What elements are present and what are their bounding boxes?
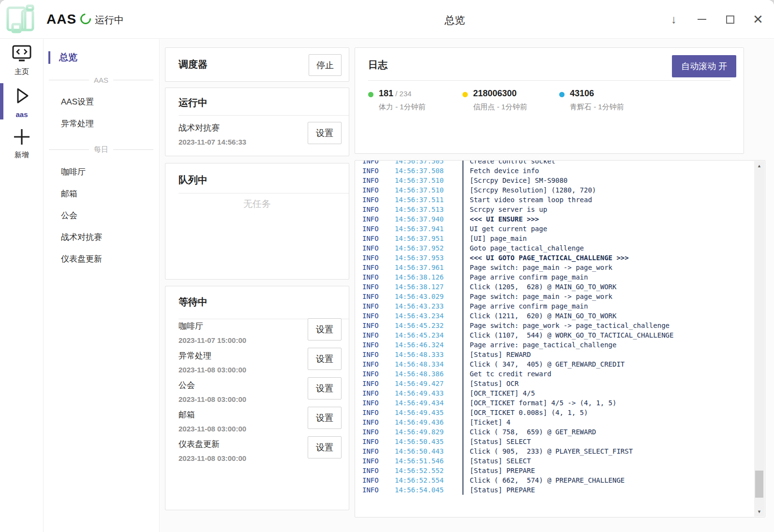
stat-dot (368, 92, 373, 97)
queue-panel: 队列中 无任务 (165, 163, 349, 280)
log-message: [Ticket] 4 (462, 417, 510, 427)
log-level: INFO (362, 214, 395, 224)
stat-dot (462, 92, 468, 97)
log-line: INFO14:56:38.126Page arrive confirm page… (355, 272, 754, 282)
minimize-button[interactable] (694, 11, 710, 28)
log-timestamp: 14:56:37.508 (395, 166, 462, 176)
log-level: INFO (362, 408, 395, 417)
log-level: INFO (362, 205, 395, 214)
task-settings-button[interactable]: 设置 (308, 377, 342, 399)
waiting-task-row: 咖啡厅2023-11-07 15:00:00设置 (179, 320, 342, 349)
log-level: INFO (362, 224, 395, 234)
log-timestamp: 14:56:37.953 (395, 253, 462, 263)
task-settings-button[interactable]: 设置 (308, 318, 342, 340)
log-message: UI get current page (462, 224, 547, 234)
log-level: INFO (362, 379, 395, 388)
stop-button[interactable]: 停止 (309, 54, 342, 76)
log-level: INFO (362, 475, 395, 485)
log-level: INFO (362, 340, 395, 350)
sidebar-item[interactable]: 公会 (44, 205, 159, 226)
log-line: INFO14:56:52.554Click ( 662, 574) @ PREP… (355, 475, 754, 485)
waiting-task-list: 咖啡厅2023-11-07 15:00:00设置异常处理2023-11-08 0… (179, 320, 342, 467)
sidebar-item-overview[interactable]: 总览 (44, 50, 159, 65)
log-output-panel: INFO14:56:37.505Create control socketINF… (355, 160, 765, 517)
log-line: INFO14:56:45.234Click (1107, 544) @ WORK… (355, 330, 754, 340)
task-settings-button[interactable]: 设置 (308, 407, 342, 429)
log-message: Page arrive confirm page_main (462, 301, 588, 311)
sidebar-item[interactable]: 仪表盘更新 (44, 248, 159, 270)
log-timestamp: 14:56:38.126 (395, 272, 462, 282)
app-logo-icon (5, 3, 38, 36)
log-timestamp: 14:56:54.045 (395, 485, 462, 495)
log-line: INFO14:56:37.508Fetch device info (355, 166, 754, 176)
waiting-task-row: 仪表盘更新2023-11-08 03:00:00设置 (179, 438, 342, 467)
rail-item-new[interactable]: 新增 (0, 122, 44, 163)
log-level: INFO (362, 398, 395, 408)
sidebar-section-divider: AAS (49, 76, 153, 84)
rail-item-aas[interactable]: aas (0, 80, 44, 122)
close-button[interactable]: ✕ (750, 11, 766, 28)
sidebar-item[interactable]: 咖啡厅 (44, 161, 159, 183)
log-message: <<< UI GOTO PAGE_TACTICAL_CHALLENGE >>> (462, 253, 629, 263)
scroll-down-icon[interactable]: ▼ (754, 508, 764, 516)
log-message: Click (1107, 544) @ WORK_GO_TO_TACTICAL_… (462, 330, 673, 340)
log-message: [Status] SELECT (462, 456, 531, 466)
scrollbar-thumb[interactable] (755, 471, 763, 498)
log-message: Get tc credit reward (462, 369, 551, 379)
task-settings-button[interactable]: 设置 (308, 348, 342, 370)
log-level: INFO (362, 263, 395, 272)
log-level: INFO (362, 282, 395, 292)
maximize-button[interactable] (722, 11, 738, 28)
log-line: INFO14:56:51.546[Status] SELECT (355, 456, 754, 466)
log-level: INFO (362, 466, 395, 475)
log-message: [OCR_TICKET] 4/5 (462, 388, 535, 398)
log-level: INFO (362, 166, 395, 176)
task-settings-button[interactable]: 设置 (308, 436, 342, 458)
log-timestamp: 14:56:52.554 (395, 475, 462, 485)
window-controls: ↓ ✕ (666, 0, 766, 39)
stat-caption: 信用点 - 1分钟前 (473, 103, 527, 112)
running-settings-button[interactable]: 设置 (308, 122, 342, 144)
stat-gem: 43106 青辉石 - 1分钟前 (559, 89, 624, 112)
log-level: INFO (362, 388, 395, 398)
sidebar-item[interactable]: 异常处理 (44, 113, 159, 134)
log-timestamp: 14:56:50.443 (395, 446, 462, 456)
log-title: 日志 (368, 59, 387, 72)
scroll-up-icon[interactable]: ▲ (754, 162, 764, 170)
log-timestamp: 14:56:37.951 (395, 234, 462, 243)
log-message: [OCR_TICKET format] 4/5 -> (4, 1, 5) (462, 398, 616, 408)
rail-item-home[interactable]: 主页 (0, 39, 44, 80)
sidebar-item[interactable]: 邮箱 (44, 183, 159, 205)
log-line: INFO14:56:49.435[OCR_TICKET 0.008s] (4, … (355, 408, 754, 417)
log-line: INFO14:56:49.436[Ticket] 4 (355, 417, 754, 427)
log-line: INFO14:56:37.513Scrcpy server is up (355, 205, 754, 214)
sidebar-item[interactable]: AAS设置 (44, 91, 159, 113)
autoscroll-toggle-button[interactable]: 自动滚动 开 (672, 55, 736, 77)
log-scrollbar[interactable]: ▲ ▼ (754, 161, 764, 517)
sidebar-item[interactable]: 战术对抗赛 (44, 226, 159, 248)
log-message: [Status] REWARD (462, 350, 531, 359)
log-timestamp: 14:56:49.436 (395, 417, 462, 427)
log-message: Click ( 758, 659) @ GET_REWARD (462, 427, 596, 437)
log-timestamp: 14:56:52.552 (395, 466, 462, 475)
task-time: 2023-11-07 14:56:33 (179, 138, 246, 146)
log-message: Click (1205, 628) @ MAIN_GO_TO_WORK (462, 282, 616, 292)
log-message: Click ( 662, 574) @ PREPARE_CHALLENGE (462, 475, 625, 485)
log-level: INFO (362, 330, 395, 340)
main-content: 调度器 停止 运行中 战术对抗赛 2023-11-07 14:56:33 设置 … (160, 39, 774, 532)
maximize-icon (726, 15, 734, 24)
log-level: INFO (362, 456, 395, 466)
active-indicator (48, 51, 50, 64)
hide-to-tray-button[interactable]: ↓ (666, 11, 682, 28)
log-level: INFO (362, 417, 395, 427)
log-message: <<< UI ENSURE >>> (462, 214, 539, 224)
log-message: [UI] page_main (462, 234, 527, 243)
log-line: INFO14:56:37.951[UI] page_main (355, 234, 754, 243)
running-task: 战术对抗赛 2023-11-07 14:56:33 (179, 122, 246, 146)
app-title: AAS (46, 12, 76, 27)
log-line: INFO14:56:46.324Page arrive: page_tactic… (355, 340, 754, 350)
stat-value: 43106 (570, 89, 594, 98)
log-message: Scrcpy server is up (462, 205, 547, 214)
log-level: INFO (362, 185, 395, 195)
log-message: [Scrcpy Resolution] (1280, 720) (462, 185, 596, 195)
